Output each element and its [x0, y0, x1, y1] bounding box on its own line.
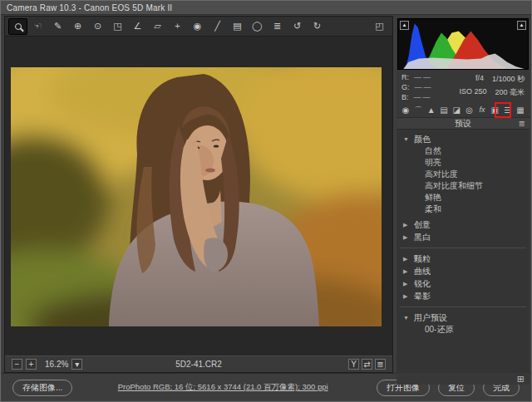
preset-group-vignette[interactable]: ▶ 晕影	[397, 290, 530, 302]
preset-item[interactable]: 柔和	[397, 203, 530, 215]
before-after-toggle-button[interactable]: Y	[348, 359, 359, 370]
preferences-icon: ≣	[273, 22, 281, 31]
preset-group-bw[interactable]: ▶ 黑白	[397, 231, 530, 243]
presets-list: ▼ 颜色 自然 明亮 高对比度 高对比度和细节 鲜艳 柔和 ▶ 创意 ▶ 黑白 …	[397, 130, 530, 373]
magnifier-icon	[15, 23, 22, 30]
rotate-left-icon: ↺	[293, 22, 301, 31]
spot-removal-tool[interactable]: +	[168, 18, 187, 35]
highlight-clipping-warning[interactable]: ▲	[517, 21, 526, 30]
preset-item[interactable]: 高对比度	[397, 169, 530, 180]
panel-menu-icon[interactable]: ≣	[519, 119, 525, 128]
preset-item[interactable]: 自然	[397, 145, 530, 157]
chevron-down-icon: ▾	[75, 360, 79, 369]
triangle-right-icon: ▶	[403, 268, 410, 275]
preview-settings-button[interactable]: ≣	[375, 359, 386, 370]
graduated-filter-tool[interactable]: ▤	[228, 18, 247, 35]
detail-tab[interactable]: ▲	[426, 106, 437, 115]
preview-area[interactable]	[5, 37, 392, 355]
b-label: B:	[401, 93, 409, 101]
preferences-tool[interactable]: ≣	[268, 18, 287, 35]
hand-tool[interactable]: ☜	[28, 18, 47, 35]
zoom-level-dropdown[interactable]: ▾	[71, 359, 82, 370]
shadow-clip-icon: ▲	[402, 22, 407, 27]
panel-tabs: ◉ ⌒ ▲ ▤ ◪ ◎ fx ▣ ☰ ▦	[397, 103, 530, 118]
preset-item[interactable]: 鲜艳	[397, 192, 530, 203]
effects-tab[interactable]: fx	[476, 106, 488, 114]
hand-icon: ☜	[34, 22, 42, 31]
brush-icon: ╱	[214, 22, 220, 31]
triangle-down-icon: ▼	[403, 136, 410, 142]
workflow-options-link[interactable]: ProPhoto RGB; 16 位; 5616 x 3744 (21.0 百万…	[79, 382, 367, 393]
focal-length-value: 200 毫米	[495, 87, 525, 98]
triangle-right-icon: ▶	[403, 256, 410, 262]
radial-filter-tool[interactable]: ◯	[248, 18, 267, 35]
swap-before-after-button[interactable]: ⇄	[362, 359, 372, 370]
minus-icon: −	[15, 360, 20, 369]
highlight-clip-icon: ▲	[520, 22, 525, 27]
b-value: ——	[414, 93, 432, 101]
window-title: Camera Raw 10.3 - Canon EOS 5D Mark II	[7, 3, 172, 12]
preset-group-sharpen[interactable]: ▶ 锐化	[397, 277, 530, 290]
radial-filter-icon: ◯	[252, 22, 262, 31]
snapshots-tab[interactable]: ▦	[515, 106, 526, 115]
triangle-right-icon: ▶	[403, 222, 410, 228]
exposure-info: f/4 1/1000 秒 ISO 250 200 毫米	[438, 73, 525, 101]
preset-item[interactable]: 00-还原	[397, 324, 530, 336]
preset-item[interactable]: 明亮	[397, 157, 530, 169]
zoom-level-value: 16.2%	[45, 360, 68, 369]
crop-tool[interactable]: ◳	[108, 18, 127, 35]
aperture-value: f/4	[475, 74, 484, 85]
triangle-right-icon: ▶	[403, 293, 410, 300]
targeted-adjustment-tool[interactable]: ⊙	[88, 18, 107, 35]
title-bar: Camera Raw 10.3 - Canon EOS 5D Mark II	[1, 1, 531, 15]
save-image-button[interactable]: 存储图像...	[12, 380, 72, 396]
tone-curve-tab[interactable]: ⌒	[412, 106, 424, 115]
rotate-right-icon: ↻	[313, 22, 321, 31]
preset-group-color[interactable]: ▼ 颜色	[397, 133, 530, 145]
image-info: R:—— G:—— B:—— f/4 1/1000 秒 ISO 250 200 …	[397, 71, 530, 103]
red-eye-icon: ◉	[194, 22, 202, 31]
camera-calibration-tab[interactable]: ▣	[489, 106, 500, 115]
target-icon: ⊙	[94, 22, 101, 31]
adjustment-brush-tool[interactable]: ╱	[208, 18, 227, 35]
toggle-fullscreen-button[interactable]: ◰	[370, 18, 389, 35]
rotate-right-tool[interactable]: ↻	[308, 18, 327, 35]
color-sampler-tool[interactable]: ⊕	[68, 18, 87, 35]
presets-tab[interactable]: ☰	[502, 106, 514, 115]
rotate-left-tool[interactable]: ↺	[288, 18, 307, 35]
hsl-grayscale-tab[interactable]: ▤	[438, 106, 450, 115]
preset-group-grain[interactable]: ▶ 颗粒	[397, 252, 530, 265]
before-after-controls: Y ⇄ ≣	[348, 359, 386, 370]
r-value: ——	[414, 73, 432, 81]
basic-tab[interactable]: ◉	[400, 106, 411, 115]
preset-group-curve[interactable]: ▶ 曲线	[397, 265, 530, 277]
transform-tool[interactable]: ▱	[148, 18, 167, 35]
transform-icon: ▱	[154, 22, 160, 31]
histogram: ▲ ▲	[397, 18, 529, 70]
list-divider	[400, 306, 526, 307]
preset-item[interactable]: 高对比度和细节	[397, 180, 530, 192]
iso-value: ISO 250	[459, 87, 486, 98]
g-label: G:	[401, 83, 410, 91]
triangle-right-icon: ▶	[403, 234, 410, 241]
plus-icon: +	[29, 360, 34, 369]
photo-canvas[interactable]	[11, 67, 382, 326]
triangle-down-icon: ▼	[403, 315, 410, 321]
shadow-clipping-warning[interactable]: ▲	[400, 21, 409, 30]
fullscreen-icon: ◰	[375, 22, 383, 31]
red-eye-tool[interactable]: ◉	[188, 18, 207, 35]
camera-raw-dialog: Camera Raw 10.3 - Canon EOS 5D Mark II ☜…	[0, 0, 532, 402]
triangle-right-icon: ▶	[403, 281, 410, 287]
white-balance-tool[interactable]: ✎	[48, 18, 67, 35]
y-view-icon: Y	[351, 360, 357, 369]
zoom-tool[interactable]	[8, 18, 27, 35]
preview-status-bar: − + 16.2% ▾ 5D2-41.CR2 Y ⇄ ≣	[5, 355, 392, 372]
preset-group-creative[interactable]: ▶ 创意	[397, 218, 530, 231]
zoom-out-button[interactable]: −	[12, 359, 22, 370]
preset-group-user[interactable]: ▼ 用户预设	[397, 311, 530, 324]
split-toning-tab[interactable]: ◪	[451, 106, 462, 115]
zoom-in-button[interactable]: +	[26, 359, 37, 370]
straighten-tool[interactable]: ∠	[128, 18, 147, 35]
lens-corrections-tab[interactable]: ◎	[464, 106, 475, 115]
new-preset-button[interactable]: ⊞	[517, 374, 525, 385]
